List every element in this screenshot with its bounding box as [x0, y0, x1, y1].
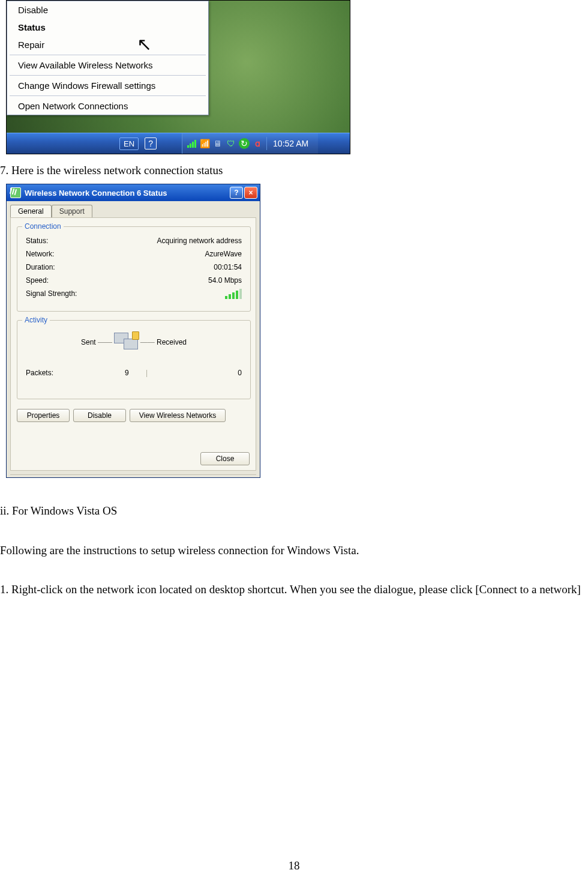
menu-item-view-networks[interactable]: View Available Wireless Networks	[7, 56, 208, 74]
speed-value: 54.0 Mbps	[208, 276, 242, 285]
page-number: 18	[0, 859, 588, 872]
sync-tray-icon[interactable]: ↻	[239, 138, 250, 149]
packets-sent-value: 9	[125, 369, 129, 377]
signal-strength-icon	[225, 289, 242, 299]
view-wireless-button[interactable]: View Wireless Networks	[130, 409, 226, 422]
menu-item-firewall[interactable]: Change Windows Firewall settings	[7, 77, 208, 94]
signal-tray-icon[interactable]	[186, 138, 197, 149]
tray-context-menu: Disable Status Repair View Available Wir…	[7, 1, 209, 115]
wireless-icon	[10, 187, 21, 198]
screenshot-context-menu: Disable Status Repair View Available Wir…	[6, 0, 350, 154]
duration-label: Duration:	[26, 263, 55, 271]
properties-button[interactable]: Properties	[17, 409, 70, 422]
antivirus-tray-icon[interactable]: ɑ	[252, 138, 263, 149]
connection-legend: Connection	[22, 222, 64, 231]
section-ii-heading: ii. For Windows Vista OS	[0, 502, 117, 519]
disable-button[interactable]: Disable	[73, 409, 126, 422]
dialog-titlebar: Wireless Network Connection 6 Status ? ×	[7, 184, 260, 201]
screenshot-status-dialog: Wireless Network Connection 6 Status ? ×…	[6, 184, 260, 478]
shield-tray-icon[interactable]: 🛡	[226, 138, 236, 149]
menu-item-status[interactable]: Status	[7, 19, 208, 36]
tab-support[interactable]: Support	[52, 205, 92, 217]
sent-label: Sent	[81, 338, 96, 346]
duration-value: 00:01:54	[214, 263, 242, 271]
titlebar-help-button[interactable]: ?	[230, 187, 243, 199]
activity-legend: Activity	[22, 316, 50, 324]
signal-label: Signal Strength:	[26, 289, 77, 299]
packets-received-value: 0	[238, 369, 242, 377]
lock-icon	[132, 331, 139, 340]
taskbar: EN ? 📶 🖥 🛡 ↻ ɑ 10:52 AM	[7, 133, 350, 154]
speed-label: Speed:	[26, 276, 49, 285]
system-tray: 📶 🖥 🛡 ↻ ɑ 10:52 AM	[182, 133, 318, 154]
status-label: Status:	[26, 237, 48, 245]
network-label: Network:	[26, 250, 54, 258]
menu-separator	[10, 55, 206, 55]
connection-group: Connection Status: Acquiring network add…	[17, 226, 251, 312]
help-tray-icon[interactable]: ?	[145, 137, 157, 150]
close-button[interactable]: Close	[200, 452, 250, 465]
received-label: Received	[157, 338, 187, 346]
packets-label: Packets:	[26, 369, 53, 377]
language-indicator[interactable]: EN	[119, 137, 139, 150]
step-7-text: 7. Here is the wireless network connecti…	[0, 162, 223, 179]
activity-group: Activity Sent —— —— Received Packets: 9 …	[17, 320, 251, 399]
network-tray-icon[interactable]: 🖥	[212, 138, 223, 149]
menu-item-repair[interactable]: Repair	[7, 36, 208, 53]
menu-separator	[10, 75, 206, 76]
menu-item-open-connections[interactable]: Open Network Connections	[7, 97, 208, 115]
dialog-title: Wireless Network Connection 6 Status	[25, 189, 167, 198]
vista-intro-text: Following are the instructions to setup …	[0, 542, 359, 559]
taskbar-clock[interactable]: 10:52 AM	[269, 139, 314, 148]
wireless-tray-icon[interactable]: 📶	[199, 138, 210, 149]
activity-monitors-icon	[114, 333, 138, 353]
menu-item-disable[interactable]: Disable	[7, 1, 208, 19]
menu-separator	[10, 95, 206, 96]
status-value: Acquiring network address	[157, 237, 242, 245]
titlebar-close-button[interactable]: ×	[244, 187, 257, 199]
network-value: AzureWave	[205, 250, 242, 258]
step-1-text: 1. Right-click on the network icon locat…	[0, 581, 588, 598]
tab-general[interactable]: General	[10, 205, 52, 217]
dialog-panel: Connection Status: Acquiring network add…	[10, 217, 256, 471]
